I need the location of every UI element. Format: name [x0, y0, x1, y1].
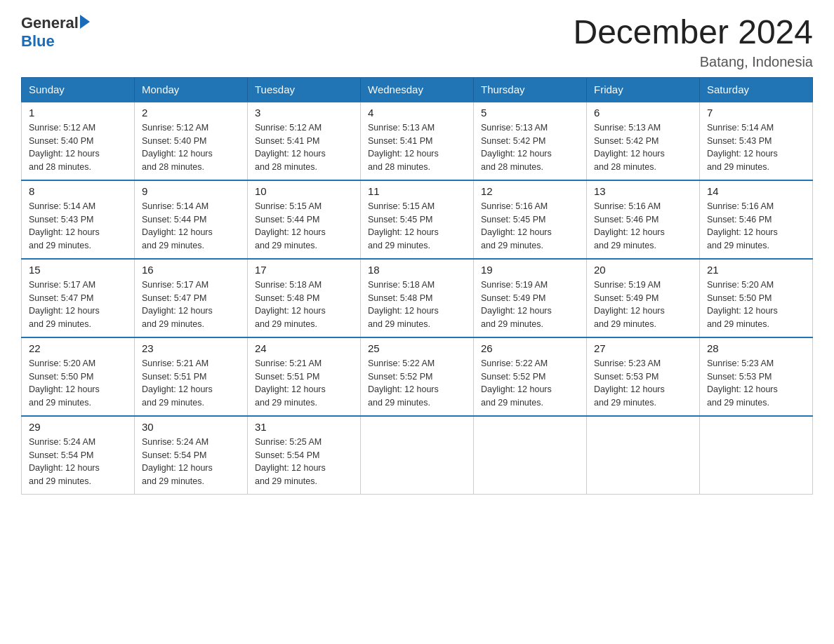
calendar-cell: 26Sunrise: 5:22 AMSunset: 5:52 PMDayligh…: [474, 337, 587, 416]
calendar-cell: [361, 416, 474, 495]
calendar-week-row: 1Sunrise: 5:12 AMSunset: 5:40 PMDaylight…: [22, 102, 813, 180]
day-number: 13: [594, 185, 692, 197]
day-info: Sunrise: 5:16 AMSunset: 5:45 PMDaylight:…: [481, 200, 579, 253]
calendar-cell: 1Sunrise: 5:12 AMSunset: 5:40 PMDaylight…: [22, 102, 135, 180]
calendar-header-wednesday: Wednesday: [361, 77, 474, 102]
calendar-cell: 22Sunrise: 5:20 AMSunset: 5:50 PMDayligh…: [22, 337, 135, 416]
calendar-table: SundayMondayTuesdayWednesdayThursdayFrid…: [21, 77, 813, 495]
day-number: 3: [255, 107, 353, 119]
calendar-header-thursday: Thursday: [474, 77, 587, 102]
calendar-cell: 4Sunrise: 5:13 AMSunset: 5:41 PMDaylight…: [361, 102, 474, 180]
day-number: 11: [368, 185, 466, 197]
calendar-week-row: 8Sunrise: 5:14 AMSunset: 5:43 PMDaylight…: [22, 180, 813, 259]
calendar-cell: 25Sunrise: 5:22 AMSunset: 5:52 PMDayligh…: [361, 337, 474, 416]
page-header: General Blue December 2024 Batang, Indon…: [21, 14, 813, 70]
calendar-week-row: 15Sunrise: 5:17 AMSunset: 5:47 PMDayligh…: [22, 259, 813, 337]
day-info: Sunrise: 5:14 AMSunset: 5:43 PMDaylight:…: [707, 121, 805, 174]
calendar-cell: [700, 416, 813, 495]
calendar-cell: 29Sunrise: 5:24 AMSunset: 5:54 PMDayligh…: [22, 416, 135, 495]
day-number: 16: [142, 264, 240, 276]
day-number: 29: [29, 421, 127, 433]
day-info: Sunrise: 5:24 AMSunset: 5:54 PMDaylight:…: [142, 436, 240, 488]
day-info: Sunrise: 5:17 AMSunset: 5:47 PMDaylight:…: [29, 279, 127, 331]
day-number: 10: [255, 185, 353, 197]
day-number: 4: [368, 107, 466, 119]
day-number: 18: [368, 264, 466, 276]
day-info: Sunrise: 5:12 AMSunset: 5:40 PMDaylight:…: [29, 121, 127, 174]
day-number: 1: [29, 107, 127, 119]
day-info: Sunrise: 5:25 AMSunset: 5:54 PMDaylight:…: [255, 436, 353, 488]
day-number: 5: [481, 107, 579, 119]
day-info: Sunrise: 5:16 AMSunset: 5:46 PMDaylight:…: [707, 200, 805, 253]
day-number: 24: [255, 342, 353, 354]
day-number: 7: [707, 107, 805, 119]
calendar-cell: 12Sunrise: 5:16 AMSunset: 5:45 PMDayligh…: [474, 180, 587, 259]
day-info: Sunrise: 5:19 AMSunset: 5:49 PMDaylight:…: [481, 279, 579, 331]
day-number: 8: [29, 185, 127, 197]
day-info: Sunrise: 5:20 AMSunset: 5:50 PMDaylight:…: [707, 279, 805, 331]
day-number: 14: [707, 185, 805, 197]
calendar-header-friday: Friday: [587, 77, 700, 102]
day-info: Sunrise: 5:18 AMSunset: 5:48 PMDaylight:…: [255, 279, 353, 331]
day-info: Sunrise: 5:21 AMSunset: 5:51 PMDaylight:…: [255, 357, 353, 410]
day-info: Sunrise: 5:17 AMSunset: 5:47 PMDaylight:…: [142, 279, 240, 331]
calendar-cell: 31Sunrise: 5:25 AMSunset: 5:54 PMDayligh…: [248, 416, 361, 495]
calendar-header-row: SundayMondayTuesdayWednesdayThursdayFrid…: [22, 77, 813, 102]
day-number: 2: [142, 107, 240, 119]
logo-general-text: General: [21, 14, 79, 32]
calendar-subtitle: Batang, Indonesia: [573, 54, 813, 70]
calendar-title: December 2024: [573, 14, 813, 51]
calendar-cell: 20Sunrise: 5:19 AMSunset: 5:49 PMDayligh…: [587, 259, 700, 337]
day-info: Sunrise: 5:21 AMSunset: 5:51 PMDaylight:…: [142, 357, 240, 410]
calendar-header-tuesday: Tuesday: [248, 77, 361, 102]
day-info: Sunrise: 5:23 AMSunset: 5:53 PMDaylight:…: [594, 357, 692, 410]
day-info: Sunrise: 5:22 AMSunset: 5:52 PMDaylight:…: [368, 357, 466, 410]
calendar-cell: 15Sunrise: 5:17 AMSunset: 5:47 PMDayligh…: [22, 259, 135, 337]
calendar-cell: 2Sunrise: 5:12 AMSunset: 5:40 PMDaylight…: [135, 102, 248, 180]
calendar-cell: [587, 416, 700, 495]
calendar-cell: 16Sunrise: 5:17 AMSunset: 5:47 PMDayligh…: [135, 259, 248, 337]
day-info: Sunrise: 5:24 AMSunset: 5:54 PMDaylight:…: [29, 436, 127, 488]
day-info: Sunrise: 5:12 AMSunset: 5:41 PMDaylight:…: [255, 121, 353, 174]
day-info: Sunrise: 5:18 AMSunset: 5:48 PMDaylight:…: [368, 279, 466, 331]
day-info: Sunrise: 5:23 AMSunset: 5:53 PMDaylight:…: [707, 357, 805, 410]
calendar-cell: 27Sunrise: 5:23 AMSunset: 5:53 PMDayligh…: [587, 337, 700, 416]
day-info: Sunrise: 5:13 AMSunset: 5:41 PMDaylight:…: [368, 121, 466, 174]
logo-arrow-icon: [80, 15, 90, 29]
calendar-cell: 24Sunrise: 5:21 AMSunset: 5:51 PMDayligh…: [248, 337, 361, 416]
calendar-cell: 10Sunrise: 5:15 AMSunset: 5:44 PMDayligh…: [248, 180, 361, 259]
logo: General Blue: [21, 14, 90, 51]
calendar-cell: 18Sunrise: 5:18 AMSunset: 5:48 PMDayligh…: [361, 259, 474, 337]
day-number: 30: [142, 421, 240, 433]
title-block: December 2024 Batang, Indonesia: [573, 14, 813, 70]
day-number: 20: [594, 264, 692, 276]
day-number: 19: [481, 264, 579, 276]
day-info: Sunrise: 5:13 AMSunset: 5:42 PMDaylight:…: [594, 121, 692, 174]
day-number: 12: [481, 185, 579, 197]
day-number: 9: [142, 185, 240, 197]
day-info: Sunrise: 5:12 AMSunset: 5:40 PMDaylight:…: [142, 121, 240, 174]
calendar-cell: 28Sunrise: 5:23 AMSunset: 5:53 PMDayligh…: [700, 337, 813, 416]
calendar-week-row: 29Sunrise: 5:24 AMSunset: 5:54 PMDayligh…: [22, 416, 813, 495]
day-number: 27: [594, 342, 692, 354]
calendar-cell: 14Sunrise: 5:16 AMSunset: 5:46 PMDayligh…: [700, 180, 813, 259]
calendar-cell: 21Sunrise: 5:20 AMSunset: 5:50 PMDayligh…: [700, 259, 813, 337]
day-number: 22: [29, 342, 127, 354]
day-number: 6: [594, 107, 692, 119]
day-info: Sunrise: 5:15 AMSunset: 5:44 PMDaylight:…: [255, 200, 353, 253]
calendar-cell: 13Sunrise: 5:16 AMSunset: 5:46 PMDayligh…: [587, 180, 700, 259]
day-info: Sunrise: 5:14 AMSunset: 5:44 PMDaylight:…: [142, 200, 240, 253]
day-number: 26: [481, 342, 579, 354]
day-number: 28: [707, 342, 805, 354]
day-number: 15: [29, 264, 127, 276]
calendar-cell: 5Sunrise: 5:13 AMSunset: 5:42 PMDaylight…: [474, 102, 587, 180]
day-info: Sunrise: 5:22 AMSunset: 5:52 PMDaylight:…: [481, 357, 579, 410]
calendar-cell: 9Sunrise: 5:14 AMSunset: 5:44 PMDaylight…: [135, 180, 248, 259]
calendar-header-monday: Monday: [135, 77, 248, 102]
calendar-header-saturday: Saturday: [700, 77, 813, 102]
day-info: Sunrise: 5:20 AMSunset: 5:50 PMDaylight:…: [29, 357, 127, 410]
calendar-cell: 11Sunrise: 5:15 AMSunset: 5:45 PMDayligh…: [361, 180, 474, 259]
calendar-cell: 3Sunrise: 5:12 AMSunset: 5:41 PMDaylight…: [248, 102, 361, 180]
day-number: 23: [142, 342, 240, 354]
logo-blue-text: Blue: [21, 32, 55, 51]
